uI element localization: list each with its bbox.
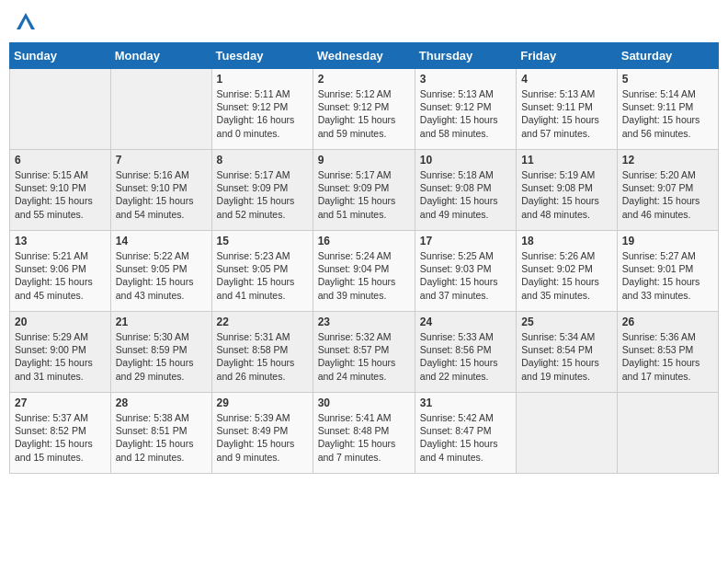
calendar-cell: 22Sunrise: 5:31 AMSunset: 8:58 PMDayligh… <box>211 312 313 393</box>
day-info: Sunrise: 5:13 AMSunset: 9:11 PMDaylight:… <box>521 87 612 140</box>
calendar-cell: 11Sunrise: 5:19 AMSunset: 9:08 PMDayligh… <box>517 150 618 231</box>
calendar-cell: 9Sunrise: 5:17 AMSunset: 9:09 PMDaylight… <box>313 150 415 231</box>
header-monday: Monday <box>110 43 211 69</box>
day-number: 10 <box>420 154 511 167</box>
calendar-cell: 29Sunrise: 5:39 AMSunset: 8:49 PMDayligh… <box>211 393 313 474</box>
day-info: Sunrise: 5:20 AMSunset: 9:07 PMDaylight:… <box>622 168 713 221</box>
calendar-cell: 31Sunrise: 5:42 AMSunset: 8:47 PMDayligh… <box>415 393 516 474</box>
day-number: 27 <box>15 396 106 409</box>
day-info: Sunrise: 5:34 AMSunset: 8:54 PMDaylight:… <box>521 330 612 383</box>
day-info: Sunrise: 5:39 AMSunset: 8:49 PMDaylight:… <box>217 411 308 464</box>
day-number: 29 <box>217 396 308 409</box>
calendar-cell: 30Sunrise: 5:41 AMSunset: 8:48 PMDayligh… <box>313 393 415 474</box>
calendar-cell: 4Sunrise: 5:13 AMSunset: 9:11 PMDaylight… <box>517 69 618 150</box>
day-number: 18 <box>521 235 612 247</box>
calendar-week-row: 1Sunrise: 5:11 AMSunset: 9:12 PMDaylight… <box>10 69 719 150</box>
day-number: 21 <box>116 316 207 328</box>
day-number: 13 <box>15 235 106 247</box>
calendar-table: SundayMondayTuesdayWednesdayThursdayFrid… <box>9 42 719 474</box>
day-info: Sunrise: 5:16 AMSunset: 9:10 PMDaylight:… <box>116 168 207 221</box>
day-info: Sunrise: 5:31 AMSunset: 8:58 PMDaylight:… <box>217 330 308 383</box>
day-number: 30 <box>318 396 410 409</box>
day-info: Sunrise: 5:22 AMSunset: 9:05 PMDaylight:… <box>116 249 207 302</box>
header-thursday: Thursday <box>415 43 516 69</box>
calendar-cell: 6Sunrise: 5:15 AMSunset: 9:10 PMDaylight… <box>10 150 111 231</box>
header-tuesday: Tuesday <box>211 43 313 69</box>
calendar-cell: 20Sunrise: 5:29 AMSunset: 9:00 PMDayligh… <box>10 312 111 393</box>
calendar-cell: 25Sunrise: 5:34 AMSunset: 8:54 PMDayligh… <box>517 312 618 393</box>
day-info: Sunrise: 5:21 AMSunset: 9:06 PMDaylight:… <box>15 249 106 302</box>
day-info: Sunrise: 5:12 AMSunset: 9:12 PMDaylight:… <box>318 87 410 140</box>
day-info: Sunrise: 5:19 AMSunset: 9:08 PMDaylight:… <box>521 168 612 221</box>
day-info: Sunrise: 5:30 AMSunset: 8:59 PMDaylight:… <box>116 330 207 383</box>
header-wednesday: Wednesday <box>313 43 415 69</box>
day-info: Sunrise: 5:33 AMSunset: 8:56 PMDaylight:… <box>420 330 511 383</box>
calendar-cell: 23Sunrise: 5:32 AMSunset: 8:57 PMDayligh… <box>313 312 415 393</box>
day-info: Sunrise: 5:42 AMSunset: 8:47 PMDaylight:… <box>420 411 511 464</box>
day-number: 6 <box>15 154 106 167</box>
calendar-cell <box>617 393 718 474</box>
day-info: Sunrise: 5:14 AMSunset: 9:11 PMDaylight:… <box>622 87 713 140</box>
day-number: 12 <box>622 154 713 167</box>
calendar-cell: 21Sunrise: 5:30 AMSunset: 8:59 PMDayligh… <box>110 312 211 393</box>
calendar-cell: 14Sunrise: 5:22 AMSunset: 9:05 PMDayligh… <box>110 231 211 312</box>
calendar-cell: 26Sunrise: 5:36 AMSunset: 8:53 PMDayligh… <box>617 312 718 393</box>
calendar-header: SundayMondayTuesdayWednesdayThursdayFrid… <box>10 43 719 69</box>
calendar-cell <box>517 393 618 474</box>
day-number: 8 <box>217 154 308 167</box>
day-info: Sunrise: 5:15 AMSunset: 9:10 PMDaylight:… <box>15 168 106 221</box>
day-number: 2 <box>318 73 410 86</box>
calendar-cell: 10Sunrise: 5:18 AMSunset: 9:08 PMDayligh… <box>415 150 516 231</box>
header-friday: Friday <box>517 43 618 69</box>
header-saturday: Saturday <box>617 43 718 69</box>
day-number: 31 <box>420 396 511 409</box>
calendar-cell <box>10 69 111 150</box>
calendar-week-row: 27Sunrise: 5:37 AMSunset: 8:52 PMDayligh… <box>10 393 719 474</box>
day-number: 3 <box>420 73 511 86</box>
calendar-week-row: 6Sunrise: 5:15 AMSunset: 9:10 PMDaylight… <box>10 150 719 231</box>
calendar-cell: 1Sunrise: 5:11 AMSunset: 9:12 PMDaylight… <box>211 69 313 150</box>
day-info: Sunrise: 5:17 AMSunset: 9:09 PMDaylight:… <box>318 168 410 221</box>
logo-icon <box>13 9 39 35</box>
day-number: 19 <box>622 235 713 247</box>
day-info: Sunrise: 5:23 AMSunset: 9:05 PMDaylight:… <box>217 249 308 302</box>
day-info: Sunrise: 5:17 AMSunset: 9:09 PMDaylight:… <box>217 168 308 221</box>
day-info: Sunrise: 5:29 AMSunset: 9:00 PMDaylight:… <box>15 330 106 383</box>
calendar-cell: 15Sunrise: 5:23 AMSunset: 9:05 PMDayligh… <box>211 231 313 312</box>
day-info: Sunrise: 5:37 AMSunset: 8:52 PMDaylight:… <box>15 411 106 464</box>
calendar-week-row: 13Sunrise: 5:21 AMSunset: 9:06 PMDayligh… <box>10 231 719 312</box>
calendar-cell: 19Sunrise: 5:27 AMSunset: 9:01 PMDayligh… <box>617 231 718 312</box>
day-info: Sunrise: 5:36 AMSunset: 8:53 PMDaylight:… <box>622 330 713 383</box>
day-number: 14 <box>116 235 207 247</box>
day-number: 23 <box>318 316 410 328</box>
calendar-cell: 2Sunrise: 5:12 AMSunset: 9:12 PMDaylight… <box>313 69 415 150</box>
day-number: 17 <box>420 235 511 247</box>
calendar-cell: 24Sunrise: 5:33 AMSunset: 8:56 PMDayligh… <box>415 312 516 393</box>
day-number: 15 <box>217 235 308 247</box>
calendar-cell: 5Sunrise: 5:14 AMSunset: 9:11 PMDaylight… <box>617 69 718 150</box>
logo <box>13 9 42 35</box>
day-info: Sunrise: 5:24 AMSunset: 9:04 PMDaylight:… <box>318 249 410 302</box>
header-row: SundayMondayTuesdayWednesdayThursdayFrid… <box>10 43 719 69</box>
page-header <box>9 9 719 35</box>
day-number: 25 <box>521 316 612 328</box>
day-number: 16 <box>318 235 410 247</box>
day-number: 26 <box>622 316 713 328</box>
day-info: Sunrise: 5:38 AMSunset: 8:51 PMDaylight:… <box>116 411 207 464</box>
day-number: 22 <box>217 316 308 328</box>
calendar-week-row: 20Sunrise: 5:29 AMSunset: 9:00 PMDayligh… <box>10 312 719 393</box>
calendar-cell: 28Sunrise: 5:38 AMSunset: 8:51 PMDayligh… <box>110 393 211 474</box>
calendar-cell: 18Sunrise: 5:26 AMSunset: 9:02 PMDayligh… <box>517 231 618 312</box>
header-sunday: Sunday <box>10 43 111 69</box>
calendar-cell: 27Sunrise: 5:37 AMSunset: 8:52 PMDayligh… <box>10 393 111 474</box>
day-info: Sunrise: 5:13 AMSunset: 9:12 PMDaylight:… <box>420 87 511 140</box>
day-info: Sunrise: 5:11 AMSunset: 9:12 PMDaylight:… <box>217 87 308 140</box>
calendar-cell: 16Sunrise: 5:24 AMSunset: 9:04 PMDayligh… <box>313 231 415 312</box>
day-number: 5 <box>622 73 713 86</box>
day-number: 7 <box>116 154 207 167</box>
calendar-cell: 17Sunrise: 5:25 AMSunset: 9:03 PMDayligh… <box>415 231 516 312</box>
calendar-cell: 13Sunrise: 5:21 AMSunset: 9:06 PMDayligh… <box>10 231 111 312</box>
day-number: 24 <box>420 316 511 328</box>
calendar-cell: 3Sunrise: 5:13 AMSunset: 9:12 PMDaylight… <box>415 69 516 150</box>
day-number: 28 <box>116 396 207 409</box>
